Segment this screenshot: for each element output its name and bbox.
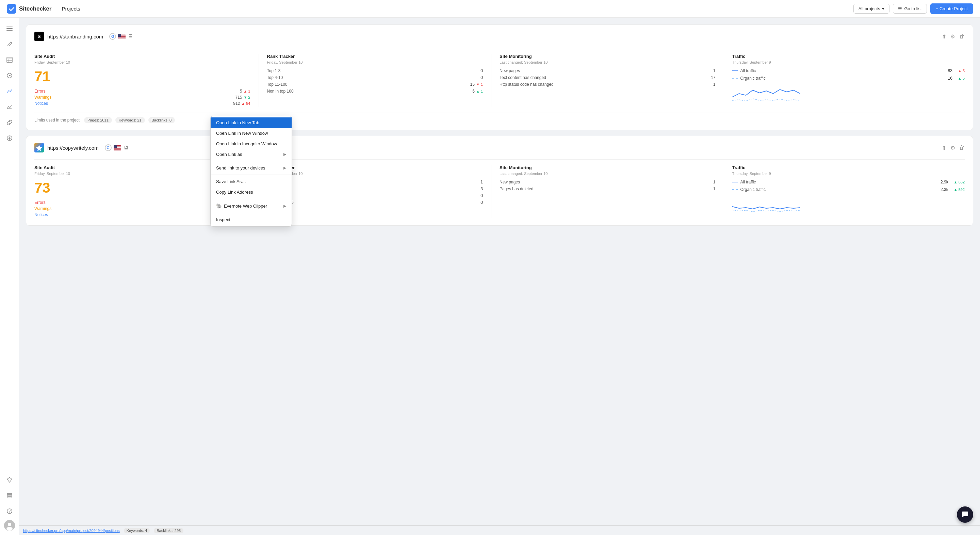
keywords-badge: Keywords: 21: [115, 117, 145, 123]
limits-label: Limits used in the project:: [34, 118, 81, 123]
settings-icon-2[interactable]: ⚙: [950, 145, 955, 151]
project-card-copywritely: https://copywritely.com G 🖥 ⬆ ⚙: [26, 136, 973, 226]
share-icon-2[interactable]: ⬆: [942, 145, 946, 151]
sidebar-item-add[interactable]: [3, 131, 16, 145]
warnings-delta: ▼ 2: [243, 95, 250, 99]
site-monitoring-date-2: Last changed: September 10: [500, 172, 716, 176]
project-icons-copywritely: G 🖥: [105, 144, 129, 151]
rank-tracker-date-2: Friday, September 10: [267, 172, 483, 176]
monitor-row-0: New pages 1: [500, 68, 716, 73]
monitor-row-1: Text content has changed 17: [500, 75, 716, 80]
traffic-date-2: Thursday, September 9: [732, 172, 965, 176]
context-menu-item-open-as[interactable]: Open Link as ▶: [211, 149, 292, 159]
traffic-chart-copywritely: [732, 195, 965, 215]
context-menu-item-open-new-window[interactable]: Open Link in New Window: [211, 128, 292, 139]
svg-rect-29: [118, 38, 126, 38]
warnings-label-2: Warnings: [34, 206, 51, 211]
project-actions-copywritely: ⬆ ⚙ 🗑: [942, 145, 965, 151]
svg-point-9: [9, 75, 10, 76]
svg-rect-2: [6, 28, 13, 29]
desktop-icon: 🖥: [127, 33, 133, 40]
warnings-label: Warnings: [34, 95, 51, 100]
sidebar-item-trending2[interactable]: [3, 100, 16, 114]
svg-rect-28: [118, 37, 126, 38]
context-menu-item-open-incognito[interactable]: Open Link in Incognito Window: [211, 139, 292, 149]
context-menu-separator-4: [211, 213, 292, 213]
delete-icon[interactable]: 🗑: [959, 33, 965, 40]
google-icon: G: [109, 33, 116, 40]
context-menu-item-copy-link[interactable]: Copy Link Address: [211, 187, 292, 197]
svg-rect-36: [114, 148, 121, 148]
rank-row-0: Top 1-3 0: [267, 68, 483, 73]
create-project-button[interactable]: + Create Project: [930, 3, 973, 14]
svg-rect-4: [7, 57, 12, 63]
context-menu-separator-1: [211, 161, 292, 161]
rank-row-3: Non in top 100 6 ▲ 1: [267, 89, 483, 94]
errors-label: Errors: [34, 89, 46, 94]
list-icon: ☰: [898, 6, 902, 11]
rank-tracker-copywritely: Rank Tracker Friday, September 10 Top 1-…: [267, 165, 492, 218]
warnings-value: 715: [235, 95, 242, 100]
site-monitoring-copywritely: Site Monitoring Last changed: September …: [500, 165, 724, 218]
errors-value: 5: [240, 89, 242, 94]
rank-row-2: Top 11-100 15 ▼ 1: [267, 82, 483, 87]
site-monitoring-date: Last changed: September 10: [500, 60, 716, 64]
site-audit-title: Site Audit: [34, 54, 250, 59]
project-icons-stanbranding: G 🖥: [109, 33, 133, 40]
monitor-row-2-1: Pages has deleted 1: [500, 186, 716, 191]
project-url-copywritely[interactable]: https://copywritely.com: [47, 145, 99, 151]
errors-row: Errors 5 ▲ 1: [34, 89, 250, 94]
errors-delta: ▲ 1: [243, 89, 250, 93]
context-menu-item-evernote[interactable]: 🐘 Evernote Web Clipper ▶: [211, 201, 292, 211]
logo[interactable]: Sitechecker: [7, 4, 51, 14]
traffic-line-solid: [732, 70, 738, 71]
traffic-title: Traffic: [732, 54, 965, 59]
settings-icon[interactable]: ⚙: [950, 33, 955, 40]
project-url-stanbranding[interactable]: https://stanbranding.com: [47, 34, 103, 40]
go-to-list-button[interactable]: ☰ Go to list: [893, 4, 927, 14]
svg-rect-39: [114, 145, 117, 148]
chevron-down-icon: ▾: [882, 6, 885, 11]
send-devices-arrow: ▶: [283, 166, 286, 170]
notices-delta: ▲ 54: [241, 102, 250, 105]
rank-row-2-3: Non in top 100 0: [267, 200, 483, 205]
header-actions: All projects ▾ ☰ Go to list + Create Pro…: [853, 3, 973, 14]
context-menu-item-send-devices[interactable]: Send link to your devices ▶: [211, 163, 292, 173]
svg-rect-38: [114, 150, 121, 150]
svg-rect-37: [114, 149, 121, 149]
flag-icon-2: [114, 145, 121, 150]
rank-tracker-title-2: Rank Tracker: [267, 165, 483, 170]
sidebar-item-table[interactable]: [3, 53, 16, 67]
site-audit-score[interactable]: 71: [34, 68, 250, 85]
site-monitoring-title-2: Site Monitoring: [500, 165, 716, 170]
traffic-line-dashed: [732, 78, 738, 79]
rank-tracker-stanbranding: Rank Tracker Friday, September 10 Top 1-…: [267, 54, 492, 107]
site-monitoring-title: Site Monitoring: [500, 54, 716, 59]
traffic-line-solid-2: [732, 182, 738, 182]
rank-row-2-0: Top 1-3 1: [267, 180, 483, 185]
context-menu-item-inspect[interactable]: Inspect: [211, 214, 292, 225]
share-icon[interactable]: ⬆: [942, 33, 946, 40]
metrics-grid-copywritely: Site Audit Friday, September 10 73 Error…: [34, 159, 965, 218]
delete-icon-2[interactable]: 🗑: [959, 145, 965, 151]
limits-bar-stanbranding: Limits used in the project: Pages: 2011 …: [34, 113, 965, 123]
context-menu-item-open-new-tab[interactable]: Open Link in New Tab: [211, 118, 292, 128]
project-card-stanbranding: S https://stanbranding.com G 🖥: [26, 24, 973, 131]
notices-value: 912: [233, 101, 240, 106]
svg-rect-1: [6, 27, 13, 27]
traffic-line-dashed-2: [732, 189, 738, 190]
project-header-stanbranding: S https://stanbranding.com G 🖥: [34, 32, 965, 41]
backlinks-badge: Backlinks: 0: [148, 117, 175, 123]
sidebar-item-menu[interactable]: [3, 22, 16, 35]
sidebar-item-edit[interactable]: [3, 37, 16, 51]
context-menu-item-save-link[interactable]: Save Link As…: [211, 176, 292, 187]
rank-tracker-date: Friday, September 10: [267, 60, 483, 64]
context-menu: Open Link in New Tab Open Link in New Wi…: [210, 116, 292, 227]
sidebar-item-link[interactable]: [3, 116, 16, 129]
traffic-row-2-1: Organic traffic 2.3k ▲ 592: [732, 187, 965, 192]
sidebar-item-analytics[interactable]: [3, 69, 16, 82]
site-audit-date: Friday, September 10: [34, 60, 250, 64]
flag-icon: [118, 34, 126, 39]
all-projects-button[interactable]: All projects ▾: [853, 4, 890, 14]
sidebar-item-trending[interactable]: [3, 84, 16, 98]
